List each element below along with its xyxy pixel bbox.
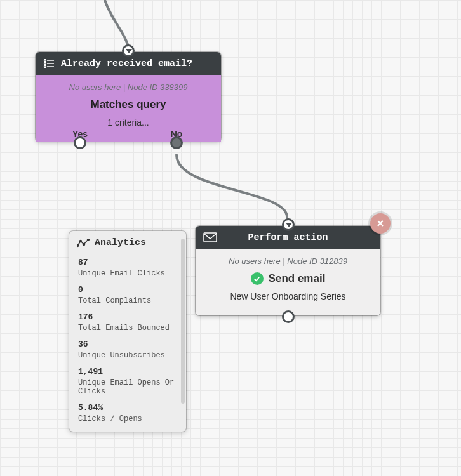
analytics-stat-value: 1,491 xyxy=(78,367,103,376)
node-action-in-port[interactable] xyxy=(282,218,295,231)
svg-point-6 xyxy=(77,244,79,246)
analytics-stat-value: 16.91% xyxy=(78,430,108,432)
analytics-stat-value: 87 xyxy=(78,258,88,267)
analytics-stat-value: 0 xyxy=(78,285,83,294)
analytics-panel[interactable]: Analytics 87Unique Email Clicks0Total Co… xyxy=(69,231,186,432)
analytics-stat: 176Total Emails Bounced xyxy=(78,308,177,335)
check-icon xyxy=(251,272,264,285)
node-condition[interactable]: Already received email? No users here | … xyxy=(36,52,221,142)
analytics-stat: 5.84%Clicks / Opens xyxy=(78,399,177,426)
svg-point-2 xyxy=(44,63,46,65)
analytics-stat-label: Total Complaints xyxy=(78,296,177,305)
analytics-stat-label: Unique Unsubscribes xyxy=(78,351,177,360)
node-condition-in-port[interactable] xyxy=(122,44,135,57)
analytics-title: Analytics xyxy=(95,237,146,248)
analytics-stat: 87Unique Email Clicks xyxy=(78,253,177,281)
analytics-scrollbar[interactable] xyxy=(181,239,185,404)
analytics-list[interactable]: 87Unique Email Clicks0Total Complaints17… xyxy=(69,253,186,432)
analytics-stat-label: Unique Email Clicks xyxy=(78,269,177,278)
analytics-stat-value: 176 xyxy=(78,312,93,322)
analytics-stat-label: Unique Email Opens Or Clicks xyxy=(78,378,177,396)
analytics-stat-value: 36 xyxy=(78,340,88,349)
node-condition-main: Matches query xyxy=(90,98,166,111)
node-condition-title: Already received email? xyxy=(61,58,192,69)
workflow-canvas[interactable]: Already received email? No users here | … xyxy=(0,0,461,476)
node-condition-out-no[interactable] xyxy=(170,136,183,149)
node-action-meta: No users here | Node ID 312839 xyxy=(204,256,371,266)
analytics-stat: 16.91%Email Open Rate xyxy=(78,426,177,432)
node-action-title: Perform action xyxy=(224,232,352,243)
svg-point-7 xyxy=(80,240,82,242)
svg-rect-10 xyxy=(204,233,217,242)
node-condition-subtitle: 1 criteria... xyxy=(44,117,212,128)
svg-point-8 xyxy=(83,243,85,245)
node-action[interactable]: Perform action No users here | Node ID 3… xyxy=(196,226,380,315)
analytics-stat: 1,491Unique Email Opens Or Clicks xyxy=(78,362,177,399)
mail-icon xyxy=(203,232,217,242)
svg-point-4 xyxy=(44,66,46,68)
analytics-icon xyxy=(77,239,90,248)
svg-point-0 xyxy=(44,60,46,62)
node-action-main: Send email xyxy=(269,272,326,285)
analytics-stat-label: Clicks / Opens xyxy=(78,414,177,423)
node-condition-meta: No users here | Node ID 338399 xyxy=(44,83,212,92)
node-condition-out-yes[interactable] xyxy=(74,136,86,149)
filter-icon xyxy=(43,59,55,68)
analytics-stat-label: Total Emails Bounced xyxy=(78,324,177,333)
analytics-stat-value: 5.84% xyxy=(78,403,103,413)
node-action-subtitle: New User Onboarding Series xyxy=(204,291,371,301)
node-action-out-port[interactable] xyxy=(282,310,295,323)
analytics-stat: 0Total Complaints xyxy=(78,281,177,308)
svg-point-9 xyxy=(88,239,90,241)
analytics-stat: 36Unique Unsubscribes xyxy=(78,335,177,362)
close-button[interactable] xyxy=(370,213,391,234)
